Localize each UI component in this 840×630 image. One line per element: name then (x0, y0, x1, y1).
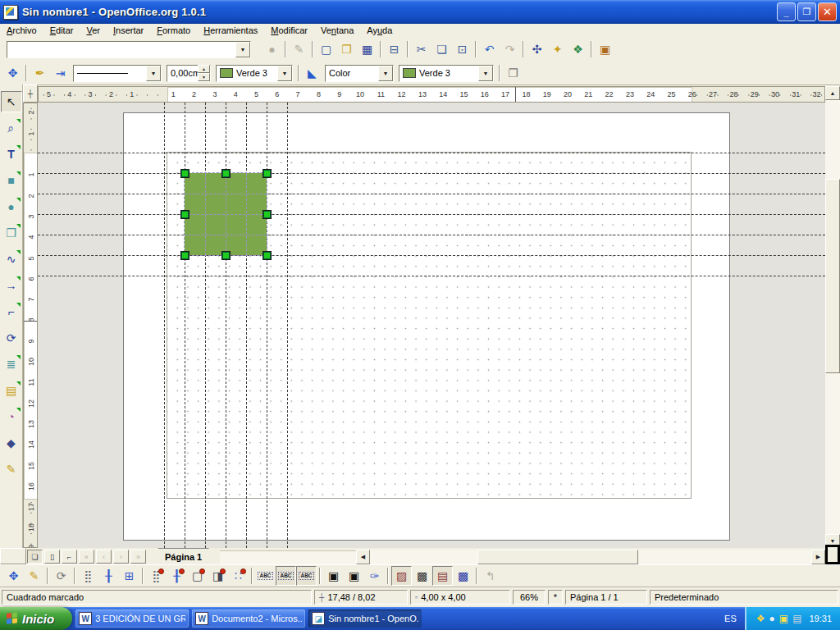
edit-points-button[interactable]: ✥ (2, 63, 23, 83)
snap-to-margins-icon[interactable]: ▢ (187, 566, 208, 586)
arrange-tool[interactable]: ▤ (1, 380, 22, 401)
rectangle-tool[interactable]: ■ (1, 170, 22, 191)
selection-handle[interactable] (222, 252, 230, 259)
line-color-combobox[interactable]: Verde 3 ▼ (216, 65, 293, 82)
edit-text-icon[interactable]: ABC (255, 566, 276, 586)
picture-placeholder-icon[interactable]: ▨ (391, 566, 412, 586)
line-color-dropdown-icon[interactable]: ▼ (277, 66, 292, 81)
task-button[interactable]: ◪Sin nombre1 - OpenO... (308, 609, 422, 628)
close-button[interactable]: ✕ (818, 2, 837, 21)
ruler-corner-button[interactable]: ┼ (23, 84, 38, 103)
undo-icon[interactable]: ↶ (479, 39, 500, 59)
menu-modificar[interactable]: Modificar (264, 25, 314, 36)
selection-handle[interactable] (181, 252, 189, 259)
copy-icon[interactable]: ❏ (431, 39, 452, 59)
large-handles-icon[interactable]: ▣ (344, 566, 364, 586)
window-split-handle[interactable] (825, 545, 840, 564)
select-tool[interactable]: ↖ (1, 91, 22, 112)
menu-insertar[interactable]: Insertar (107, 25, 150, 36)
url-dropdown-icon[interactable]: ▼ (235, 42, 250, 57)
save-icon[interactable]: ▦ (357, 39, 377, 59)
horizontal-snap-guide[interactable] (38, 173, 825, 174)
horizontal-snap-guide[interactable] (38, 153, 825, 153)
fill-button[interactable]: ◣ (302, 63, 322, 83)
scroll-left-icon[interactable]: ◀ (356, 550, 370, 564)
double-click-edit-text-icon[interactable]: ABC (296, 566, 317, 586)
display-settings-icon[interactable]: ▤ (792, 614, 801, 623)
vertical-snap-guide[interactable] (205, 103, 206, 548)
rotation-mode-icon[interactable]: ⟳ (51, 566, 71, 586)
horizontal-snap-guide[interactable] (38, 194, 825, 194)
helplines-moving-icon[interactable]: ⊞ (119, 566, 139, 586)
hyperlink-icon[interactable]: ❖ (568, 39, 588, 59)
show-snap-lines-icon[interactable]: ╂ (98, 566, 119, 586)
minimize-button[interactable]: _ (777, 2, 796, 21)
shadow-button[interactable]: ❐ (503, 63, 523, 83)
navigator-icon[interactable]: ✣ (527, 39, 547, 59)
edit-points-icon[interactable]: ✥ (3, 566, 24, 586)
line-width-value[interactable]: 0,00cm (167, 68, 198, 78)
cut-icon[interactable]: ✂ (411, 39, 431, 59)
selection-handle[interactable] (263, 252, 271, 259)
horizontal-snap-guide[interactable] (38, 276, 825, 276)
line-width-field[interactable]: 0,00cm ▲▼ (167, 65, 211, 82)
menu-editar[interactable]: Editar (43, 25, 80, 36)
select-text-area-icon[interactable]: ABC (276, 566, 296, 586)
menu-formato[interactable]: Formato (150, 25, 197, 36)
selection-handle[interactable] (263, 211, 271, 218)
menu-ventana[interactable]: Ventana (314, 25, 360, 36)
snap-to-object-border-icon[interactable]: ◨ (208, 566, 228, 586)
ellipse-tool[interactable]: ● (1, 196, 22, 217)
paste-icon[interactable]: ⊡ (452, 39, 472, 59)
insert-tool[interactable]: ◔ (1, 406, 22, 427)
menu-ver[interactable]: Ver (80, 25, 107, 36)
snap-to-snap-lines-icon[interactable]: ╂ (167, 566, 187, 586)
task-button[interactable]: WDocumento2 - Micros... (192, 609, 305, 628)
open-icon[interactable]: ❐ (336, 39, 357, 59)
horizontal-snap-guide[interactable] (38, 214, 825, 215)
3d-objects-tool[interactable]: ❒ (1, 222, 22, 244)
rotate-tool[interactable]: ⟳ (1, 327, 22, 349)
snap-to-object-points-icon[interactable]: ∷ (228, 566, 249, 586)
scroll-up-icon[interactable]: ▲ (825, 86, 840, 100)
vertical-scrollbar[interactable]: ▲ ▼ (825, 86, 840, 548)
vertical-ruler[interactable]: 2112345678910111213141516171819 (23, 103, 38, 548)
menu-herramientas[interactable]: Herramientas (197, 25, 264, 36)
snap-to-grid-icon[interactable]: ⣿ (146, 566, 167, 586)
cube-tool[interactable]: ◆ (1, 432, 22, 454)
page-view-button[interactable]: ❏ (27, 550, 43, 564)
contour-mode-icon[interactable]: ▩ (412, 566, 432, 586)
arrow-ends-button[interactable]: ⇥ (50, 63, 71, 83)
menu-ayuda[interactable]: Ayuda (360, 25, 399, 36)
status-zoom[interactable]: 66% (513, 590, 546, 605)
task-button[interactable]: W3 EDICIÓN DE UN GR... (75, 609, 189, 628)
horizontal-snap-guide[interactable] (38, 235, 825, 235)
selection-handle[interactable] (181, 170, 189, 177)
connector-tool[interactable]: ⌐ (1, 301, 22, 322)
horizontal-ruler[interactable]: 5432112345678910111213141516171819202122… (38, 86, 825, 103)
autopilot-icon[interactable]: ✦ (547, 39, 568, 59)
fill-color-combobox[interactable]: Verde 3 ▼ (399, 65, 494, 82)
line-style-dropdown-icon[interactable]: ▼ (146, 66, 161, 81)
tray-app-icon[interactable]: ● (769, 614, 775, 623)
fill-color-dropdown-icon[interactable]: ▼ (478, 66, 493, 81)
simple-handles-icon[interactable]: ▣ (323, 566, 344, 586)
fill-type-label[interactable]: Color (326, 68, 378, 78)
alignment-tool[interactable]: ≣ (1, 354, 22, 375)
layer-view-button[interactable]: ⌐ (62, 550, 77, 564)
text-tool[interactable]: T (1, 144, 22, 165)
line-width-spinner[interactable]: ▲▼ (198, 65, 210, 81)
horizontal-snap-guide[interactable] (38, 255, 825, 256)
url-combobox[interactable]: ▼ (7, 41, 251, 58)
zoom-tool[interactable]: ⌕ (1, 117, 22, 139)
scroll-right-icon[interactable]: ▶ (811, 550, 825, 564)
selection-handle[interactable] (222, 170, 230, 177)
text-placeholder-icon[interactable]: ▤ (432, 566, 453, 586)
menu-archivo[interactable]: Archivo (0, 25, 43, 36)
curve-tool[interactable]: ∿ (1, 249, 22, 270)
pipette-tool[interactable]: ✎ (1, 459, 22, 480)
vertical-snap-guide[interactable] (246, 103, 247, 548)
horizontal-scrollbar[interactable]: ◀ ▶ (356, 550, 825, 564)
start-button[interactable]: Inicio (0, 607, 72, 630)
selection-handle[interactable] (263, 170, 271, 177)
